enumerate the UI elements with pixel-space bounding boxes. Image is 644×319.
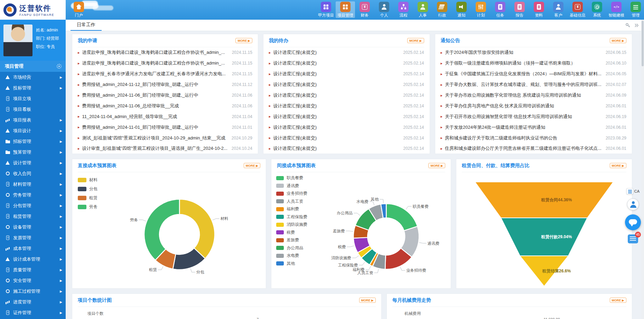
item-text[interactable]: 关于领取一级注册建造师增项贴的通知（须持一建证书前来领取） xyxy=(445,60,601,66)
list-item[interactable]: ▸设计进度汇报(未提交)2025.02.14 xyxy=(269,58,424,69)
more-button[interactable]: MORE ▶ xyxy=(244,163,260,168)
legend-item-业务招待费[interactable]: 业务招待费 xyxy=(276,191,307,196)
sidebar-item-bidding[interactable]: 投标管理▶ xyxy=(0,83,66,93)
list-item[interactable]: ▸设计进度汇报(未提交)2025.02.14 xyxy=(269,100,424,111)
legend-item-工程保险费[interactable]: 工程保险费 xyxy=(276,214,307,220)
item-text[interactable]: 设计审查_彭祖新城"四馆"景观工程设计项目_请选择_胡广生_2024-10-2.… xyxy=(82,145,227,152)
sidebar-item-construction-process[interactable]: 施工过程管理▶ xyxy=(0,286,66,297)
legend-item-劳务[interactable]: 劳务 xyxy=(78,204,97,210)
sidebar-item-design[interactable]: 设计管理▶ xyxy=(0,157,66,168)
list-item[interactable]: ▸关于发放2024年第24批一级建造师注册证书的通知2024.06.01 xyxy=(441,122,626,133)
list-item[interactable]: ▸关于召开市政公用设施智慧化管理 信息技术与应用培训班的通知2024.06.19 xyxy=(441,111,626,122)
legend-item-其他[interactable]: 其他 xyxy=(276,261,307,267)
nav-item-hr[interactable]: 人事 xyxy=(413,1,432,18)
nav-item-workflow[interactable]: 流程 xyxy=(394,1,413,18)
sidebar-item-project-design[interactable]: 项目设计▶ xyxy=(0,125,66,136)
more-button[interactable]: MORE ▶ xyxy=(235,38,252,43)
item-text[interactable]: 进度款申报_珠海鹤港口建设_珠海鹤港口建设工程合作协议书_admin_... xyxy=(82,49,228,56)
list-item[interactable]: ▸关于举办大数据、云计算技术在城市建设、规划、管理与服务中的应用培训班...20… xyxy=(441,79,626,90)
item-text[interactable]: 设计进度汇报(未提交) xyxy=(273,114,399,120)
sidebar-item-project-board[interactable]: 项目看板 xyxy=(0,104,66,115)
list-item[interactable]: ▸费用报销_admin_2024-11-06_总经理审批__完成2024.11.… xyxy=(78,100,252,111)
list-item[interactable]: ▸进度款申报_珠海鹤港口建设_珠海鹤港口建设工程合作协议书_admin_...2… xyxy=(78,58,252,69)
item-text[interactable]: 关于发放2024年第24批一级建造师注册证书的通知 xyxy=(445,124,601,130)
list-item[interactable]: ▸住房和城乡建设部办公厅关于同意吉林省开展二级建造师注册证书电子化试点...20… xyxy=(441,143,626,154)
item-text[interactable]: 设计进度汇报(未提交) xyxy=(273,60,399,66)
list-item[interactable]: ▸设计审查_彭祖新城"四馆"景观工程设计项目_请选择_胡广生_2024-10-2… xyxy=(78,143,252,154)
list-item[interactable]: ▸测试_彭祖新城"四馆"景观工程设计项目_2024-10-29_admin_结束… xyxy=(78,133,252,143)
item-text[interactable]: 于征集《中国建筑施工行业信息化发展报告（2024）—BIM应用与发展》材料... xyxy=(445,71,601,77)
list-item[interactable]: ▸设计进度汇报(未提交)2025.02.14 xyxy=(269,143,424,154)
sidebar-item-progress[interactable]: 进度管理▶ xyxy=(0,297,66,307)
item-text[interactable]: 关于举办大数据、云计算技术在城市建设、规划、管理与服务中的应用培训班... xyxy=(445,81,601,88)
scrollbar-thumb[interactable] xyxy=(642,21,644,66)
legend-item-材料[interactable]: 材料 xyxy=(78,177,97,183)
item-text[interactable]: 费用报销_admin_2024-11-06_总经理审批__完成 xyxy=(82,103,228,109)
list-item[interactable]: ▸费用报销_admin_2024-11-01_部门经理审批_胡建,_运行中202… xyxy=(78,122,252,133)
list-item[interactable]: ▸费用报销_admin_2024-11-06_部门经理审批_胡建,_运行中202… xyxy=(78,90,252,101)
tab-daily-work[interactable]: 日常工作 xyxy=(71,20,102,31)
sidebar-item-tender[interactable]: 招标管理▶ xyxy=(0,136,66,147)
item-text[interactable]: 房和城乡建设厅关于取消二级建造师临时执业证书的公告 xyxy=(445,135,601,141)
item-text[interactable]: 关于召开市政公用设施智慧化管理 信息技术与应用培训班的通知 xyxy=(445,114,601,120)
sidebar-item-lease[interactable]: 租赁管理▶ xyxy=(0,211,66,222)
legend-item-通讯费[interactable]: 通讯费 xyxy=(276,183,307,189)
nav-item-task[interactable]: 任务 xyxy=(491,1,510,18)
list-item[interactable]: ▸于征集《中国建筑施工行业信息化发展报告（2024）—BIM应用与发展》材料..… xyxy=(441,69,626,79)
sidebar-item-cost[interactable]: 成本管理▶ xyxy=(0,243,66,254)
nav-item-system[interactable]: 系统 xyxy=(587,1,607,18)
nav-item-personal[interactable]: 个人 xyxy=(374,1,394,18)
more-button[interactable]: MORE ▶ xyxy=(610,298,626,303)
nav-item-base-info[interactable]: 基础信息 xyxy=(568,1,587,18)
sidebar-item-equipment[interactable]: 设备管理▶ xyxy=(0,222,66,232)
sidebar-item-project-initiation[interactable]: 项目立项 xyxy=(0,93,66,104)
more-button[interactable]: MORE ▶ xyxy=(610,38,626,43)
list-item[interactable]: ▸费用报销_admin_2024-11-12_部门经理审批_胡建,_运行中202… xyxy=(78,79,252,90)
sidebar-item-safety[interactable]: 安全管理▶ xyxy=(0,275,66,286)
legend-item-税费[interactable]: 税费 xyxy=(276,230,307,235)
item-text[interactable]: 进度款申报_长春市伊通河水力发电厂改建工程_长春市伊通河水力发电... xyxy=(82,71,228,77)
nav-item-report[interactable]: 报告 xyxy=(510,1,529,18)
item-text[interactable]: 设计进度汇报(未提交) xyxy=(273,92,399,98)
item-text[interactable]: 进度款申报_珠海鹤港口建设_珠海鹤港口建设工程合作协议书_admin_... xyxy=(82,60,228,66)
list-item[interactable]: ▸设计进度汇报(未提交)2025.02.14 xyxy=(269,122,424,133)
list-item[interactable]: ▸设计进度汇报(未提交)2025.02.14 xyxy=(269,133,424,143)
item-text[interactable]: 设计进度汇报(未提交) xyxy=(273,49,399,56)
list-item[interactable]: ▸进度款申报_珠海鹤港口建设_珠海鹤港口建设工程合作协议书_admin_...2… xyxy=(78,47,252,58)
ca-collapse-widget[interactable]: CA xyxy=(626,188,640,194)
legend-item-职员餐费[interactable]: 职员餐费 xyxy=(276,175,307,181)
nav-item-docs[interactable]: 资料 xyxy=(529,1,549,18)
legend-item-消防设施费[interactable]: 消防设施费 xyxy=(276,222,307,228)
more-button[interactable]: MORE ▶ xyxy=(359,298,376,303)
nav-item-plan[interactable]: 计划 xyxy=(471,1,491,18)
nav-item-finance[interactable]: 财务 xyxy=(355,1,374,18)
user-avatar[interactable] xyxy=(3,25,32,56)
contact-person-icon[interactable] xyxy=(627,199,639,210)
legend-item-人员工资[interactable]: 人员工资 xyxy=(276,199,307,204)
item-text[interactable]: 11_2024-11-04_admin_经营部_领导审批__完成 xyxy=(82,114,228,120)
legend-item-差旅费[interactable]: 差旅费 xyxy=(276,237,307,243)
nav-item-project-mgmt[interactable]: 项目管理 xyxy=(336,1,355,18)
slice-材料[interactable] xyxy=(179,199,215,259)
settings-gear-icon[interactable] xyxy=(57,64,62,69)
list-item[interactable]: ▸房和城乡建设厅关于取消二级建造师临时执业证书的公告2023.08.29 xyxy=(441,133,626,143)
list-item[interactable]: ▸设计进度汇报(未提交)2025.02.14 xyxy=(269,79,424,90)
list-item[interactable]: ▸设计进度汇报(未提交)2025.02.14 xyxy=(269,111,424,122)
sidebar-item-quality[interactable]: 质量管理▶ xyxy=(0,264,66,275)
legend-item-租赁[interactable]: 租赁 xyxy=(78,195,97,201)
sidebar-item-project-report[interactable]: 项目报表▶ xyxy=(0,115,66,125)
list-item[interactable]: ▸设计进度汇报(未提交)2025.02.14 xyxy=(269,69,424,79)
nav-item-smart-modeling[interactable]: 智能建模 xyxy=(607,1,626,18)
list-item[interactable]: ▸关于举办住房与房地产信息化 技术及应用培训班的通知2024.06.01 xyxy=(441,100,626,111)
list-item[interactable]: ▸11_2024-11-04_admin_经营部_领导审批__完成2024.11… xyxy=(78,111,252,122)
expand-arrows-icon[interactable] xyxy=(634,23,639,28)
item-text[interactable]: 关于举办住房与房地产信息化 技术及应用培训班的通知 xyxy=(445,103,601,109)
slice-劳务[interactable] xyxy=(144,199,179,260)
item-text[interactable]: 设计进度汇报(未提交) xyxy=(273,71,399,77)
sidebar-item-certificate[interactable]: 证件管理▶ xyxy=(0,307,66,318)
sidebar-item-material[interactable]: 材料管理▶ xyxy=(0,179,66,190)
list-item[interactable]: ▸关于领取一级注册建造师增项贴的通知（须持一建证书前来领取）2024.06.10 xyxy=(441,58,626,69)
legend-item-分包[interactable]: 分包 xyxy=(78,186,97,192)
item-text[interactable]: 住房和城乡建设部办公厅关于同意吉林省开展二级建造师注册证书电子化试点... xyxy=(445,145,601,152)
legend-item-福利费[interactable]: 福利费 xyxy=(276,206,307,212)
